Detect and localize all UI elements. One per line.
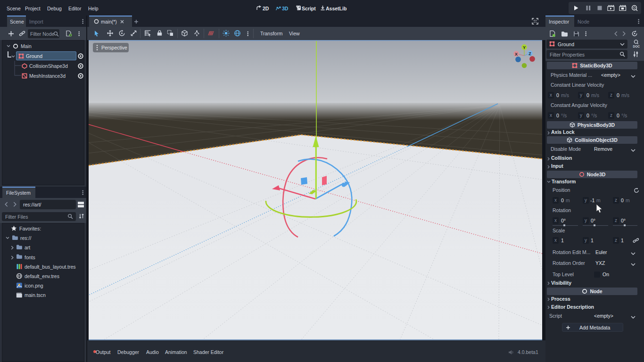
svg-text:Z: Z bbox=[528, 51, 531, 56]
svg-text:DOC: DOC bbox=[633, 45, 640, 48]
svg-text:X: X bbox=[515, 52, 518, 57]
svg-text:Y: Y bbox=[523, 45, 526, 50]
svg-text:Perspective: Perspective bbox=[101, 45, 127, 50]
